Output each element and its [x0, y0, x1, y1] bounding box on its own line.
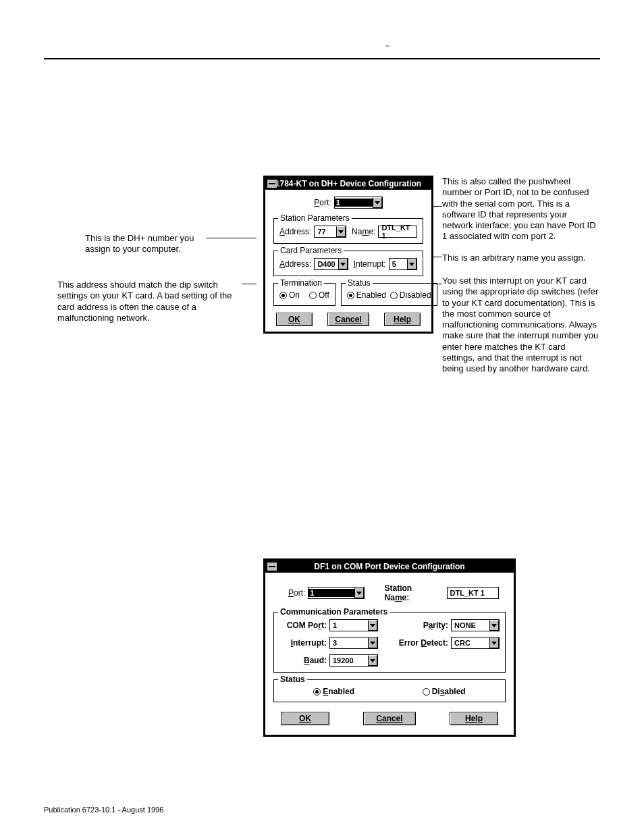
dialog-df1: DF1 on COM Port Device Configuration Por…: [263, 558, 516, 737]
station-name-label: Station Name:: [385, 583, 439, 602]
group-card-parameters: Card Parameters Address: D400 Interrupt:…: [273, 251, 423, 276]
annotation-dh-number: This is the DH+ number you assign to you…: [85, 233, 210, 255]
baud-label: Baud:: [279, 656, 327, 665]
comport-combo[interactable]: 1: [329, 619, 378, 631]
ok-button[interactable]: OK: [276, 313, 313, 326]
radio-on[interactable]: On: [279, 290, 300, 300]
parity-label: Parity:: [423, 621, 448, 630]
group-legend: Station Parameters: [278, 213, 352, 223]
help-button[interactable]: Help: [450, 712, 498, 725]
title-text: 1784-KT on DH+ Device Configuration: [275, 179, 421, 188]
page-rule: [44, 58, 600, 59]
interrupt-label: Interrupt:: [279, 638, 327, 648]
group-status: Status Enabled Disabled: [273, 679, 506, 702]
system-menu-icon[interactable]: [267, 179, 277, 188]
ann-line: [206, 238, 257, 238]
address-combo[interactable]: 77: [314, 226, 346, 238]
baud-combo[interactable]: 19200: [329, 654, 378, 667]
help-button[interactable]: Help: [384, 313, 421, 326]
radio-enabled[interactable]: Enabled: [313, 687, 354, 696]
group-comm-parameters: Communication Parameters COM Port: 1 Par…: [273, 612, 506, 673]
chevron-down-icon[interactable]: [368, 655, 377, 666]
chevron-down-icon[interactable]: [368, 637, 377, 648]
chevron-down-icon[interactable]: [489, 620, 499, 631]
chevron-down-icon[interactable]: [354, 588, 364, 598]
address-label: Address:: [279, 227, 311, 236]
dialog-1784-kt: 1784-KT on DH+ Device Configuration Port…: [263, 176, 433, 334]
group-legend: Status: [346, 278, 373, 288]
ann-line: [242, 284, 257, 284]
port-combo[interactable]: 1: [334, 197, 383, 209]
port-combo[interactable]: 1: [308, 587, 364, 599]
radio-enabled-label: Enabled: [356, 290, 386, 300]
radio-off-label: Off: [319, 290, 329, 300]
port-label: Port:: [314, 198, 331, 207]
parity-value: NONE: [452, 621, 489, 629]
chevron-down-icon[interactable]: [338, 259, 348, 269]
system-menu-icon[interactable]: [267, 562, 277, 571]
group-station-parameters: Station Parameters Address: 77 Name: DTL…: [273, 218, 423, 244]
interrupt-value: 3: [330, 639, 368, 647]
chevron-down-icon[interactable]: [368, 620, 377, 631]
card-address-value: D400: [315, 260, 338, 268]
group-legend: Status: [278, 675, 307, 684]
err-combo[interactable]: CRC: [451, 637, 500, 649]
footer: Publication 6723-10.1 - August 1996: [44, 806, 163, 814]
radio-off[interactable]: Off: [309, 290, 329, 300]
trademark-symbol: ™: [385, 45, 389, 49]
group-legend: Termination: [278, 278, 324, 288]
ok-button[interactable]: OK: [281, 712, 329, 725]
chevron-down-icon[interactable]: [336, 226, 346, 237]
port-value: 1: [335, 199, 373, 207]
card-address-combo[interactable]: D400: [314, 258, 348, 270]
comport-value: 1: [330, 621, 368, 629]
radio-disabled[interactable]: Disabled: [423, 687, 466, 696]
titlebar[interactable]: 1784-KT on DH+ Device Configuration: [265, 178, 431, 190]
name-label: Name:: [352, 227, 375, 236]
chevron-down-icon[interactable]: [489, 637, 499, 648]
err-label: Error Detect:: [399, 638, 448, 648]
annotation-arbitrary-name: This is an arbitrary name you assign.: [442, 253, 599, 263]
radio-disabled[interactable]: Disabled: [390, 290, 431, 300]
parity-combo[interactable]: NONE: [451, 619, 500, 631]
cancel-button[interactable]: Cancel: [363, 712, 416, 725]
err-value: CRC: [452, 639, 489, 647]
port-value: 1: [308, 589, 354, 597]
interrupt-label: Interrupt:: [354, 259, 386, 269]
interrupt-combo[interactable]: 3: [329, 637, 378, 649]
card-address-label: Address:: [279, 259, 311, 269]
port-label: Port:: [288, 588, 305, 598]
annotation-pushwheel: This is also called the pushwheel number…: [442, 176, 599, 242]
titlebar[interactable]: DF1 on COM Port Device Configuration: [265, 561, 514, 573]
station-name-input[interactable]: DTL_KT 1: [447, 587, 499, 599]
cancel-button[interactable]: Cancel: [327, 313, 369, 326]
title-text: DF1 on COM Port Device Configuration: [314, 562, 464, 571]
name-input[interactable]: DTL_KT 1: [378, 226, 417, 238]
annotation-dip-match: This address should match the dip switch…: [57, 280, 243, 323]
chevron-down-icon[interactable]: [373, 197, 382, 208]
group-status: Status Enabled Disabled: [341, 283, 437, 306]
annotation-interrupt: You set this interrupt on your KT card u…: [442, 276, 600, 374]
address-value: 77: [315, 228, 336, 236]
radio-enabled[interactable]: Enabled: [347, 290, 386, 300]
radio-disabled-label: Disabled: [400, 290, 431, 300]
interrupt-combo[interactable]: 5: [389, 258, 417, 270]
comport-label: COM Port:: [279, 621, 327, 630]
radio-on-label: On: [289, 290, 300, 300]
group-legend: Card Parameters: [278, 246, 344, 255]
group-termination: Termination On Off: [273, 283, 336, 306]
baud-value: 19200: [330, 656, 368, 664]
chevron-down-icon[interactable]: [407, 259, 417, 269]
group-legend: Communication Parameters: [278, 607, 390, 617]
interrupt-value: 5: [390, 260, 407, 268]
